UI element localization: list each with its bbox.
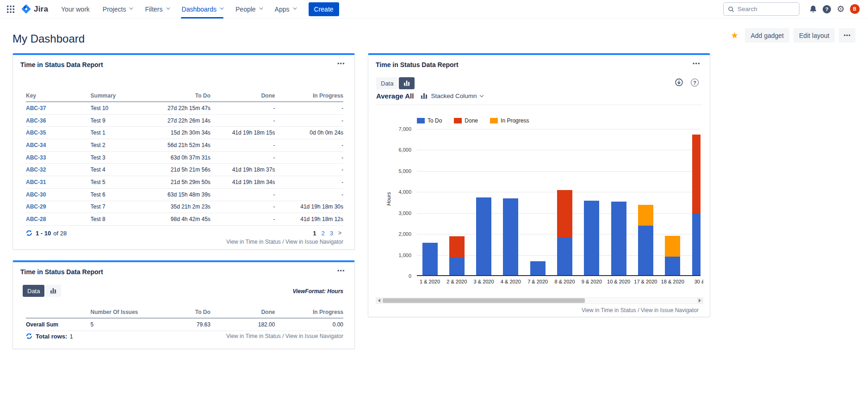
in-progress-cell: 0d 0h 0m 24s bbox=[275, 129, 343, 136]
nav-item-people[interactable]: People bbox=[230, 0, 267, 18]
issue-key-cell: ABC-32 bbox=[26, 166, 91, 173]
download-circle-icon[interactable] bbox=[675, 78, 683, 87]
chevron-down-icon bbox=[293, 6, 297, 9]
issue-key-link[interactable]: ABC-33 bbox=[26, 154, 46, 161]
summary-number-of-issues: 5 bbox=[91, 321, 155, 328]
page-link-2[interactable]: 2 bbox=[322, 230, 325, 237]
total-rows-label: Total rows: bbox=[36, 333, 67, 340]
chart-type-dropdown[interactable]: Stacked Column bbox=[421, 92, 483, 99]
search-box[interactable] bbox=[723, 2, 800, 16]
dashboard-actions: ★ Add gadget Edit layout ••• bbox=[731, 28, 856, 43]
x-axis-label: 7 & 2020 bbox=[527, 279, 548, 284]
x-axis-baseline bbox=[417, 275, 701, 276]
done-cell: - bbox=[211, 216, 275, 222]
search-input[interactable] bbox=[738, 6, 788, 12]
view-in-link[interactable]: View in Time in Status / View in Issue N… bbox=[582, 307, 699, 314]
to-do-cell: 63d 15h 48m 39s bbox=[155, 191, 211, 198]
bar-segment-to-do bbox=[584, 201, 599, 275]
panel-more-button[interactable]: ••• bbox=[335, 59, 348, 69]
issue-summary-cell: Test 6 bbox=[91, 191, 155, 198]
issue-key-link[interactable]: ABC-36 bbox=[26, 117, 46, 124]
chart-legend: To DoDoneIn Progress bbox=[417, 117, 529, 124]
gridline bbox=[417, 171, 701, 172]
summary-row-label: Overall Sum bbox=[26, 321, 91, 328]
refresh-icon[interactable] bbox=[26, 333, 32, 339]
bar-segment-to-do bbox=[557, 237, 572, 275]
panel-more-button[interactable]: ••• bbox=[335, 266, 348, 276]
view-in-link[interactable]: View in Time in Status / View in Issue N… bbox=[226, 239, 343, 245]
dashboard-more-button[interactable]: ••• bbox=[839, 28, 856, 43]
issue-key-cell: ABC-35 bbox=[26, 129, 91, 136]
legend-label: Done bbox=[465, 117, 478, 124]
jira-logo[interactable]: Jira bbox=[21, 4, 48, 14]
issue-key-link[interactable]: ABC-35 bbox=[26, 129, 46, 136]
bar-segment-to-do bbox=[476, 197, 491, 275]
refresh-icon[interactable] bbox=[26, 230, 32, 236]
time-in-status-summary-panel: Time in Status Data Report ••• Data View… bbox=[12, 260, 355, 349]
add-gadget-button[interactable]: Add gadget bbox=[745, 28, 789, 43]
create-button[interactable]: Create bbox=[309, 2, 339, 16]
issue-key-link[interactable]: ABC-34 bbox=[26, 142, 46, 148]
stacked-bar bbox=[449, 236, 465, 275]
issue-key-link[interactable]: ABC-29 bbox=[26, 203, 46, 210]
to-do-cell: 21d 5h 21m 56s bbox=[155, 166, 211, 173]
issue-key-link[interactable]: ABC-37 bbox=[26, 105, 46, 111]
issue-summary-cell: Test 8 bbox=[91, 216, 155, 222]
gridline bbox=[417, 129, 701, 129]
app-switcher-icon[interactable] bbox=[5, 3, 17, 15]
nav-item-dashboards[interactable]: Dashboards bbox=[176, 0, 229, 18]
bar-segment-in-progress bbox=[665, 236, 680, 257]
issue-key-link[interactable]: ABC-28 bbox=[26, 216, 46, 222]
in-progress-cell: - bbox=[275, 166, 343, 173]
chart-tab[interactable] bbox=[399, 77, 415, 89]
star-icon[interactable]: ★ bbox=[731, 30, 738, 41]
nav-item-filters[interactable]: Filters bbox=[139, 0, 174, 18]
gridline bbox=[417, 150, 701, 150]
data-tab[interactable]: Data bbox=[23, 285, 44, 297]
notifications-bell-icon[interactable] bbox=[806, 2, 820, 16]
nav-item-your-work[interactable]: Your work bbox=[56, 0, 95, 18]
column-header-in-progress: In Progress bbox=[275, 309, 343, 315]
chart-tab[interactable] bbox=[45, 285, 61, 297]
issue-key-cell: ABC-28 bbox=[26, 216, 91, 222]
edit-layout-button[interactable]: Edit layout bbox=[794, 28, 835, 43]
chart-help-icon[interactable]: ? bbox=[691, 79, 699, 86]
view-in-link[interactable]: View in Time in Status / View in Issue N… bbox=[226, 333, 343, 339]
bar-segment-to-do bbox=[503, 198, 518, 275]
x-axis-label: 9 & 2020 bbox=[582, 279, 602, 284]
scroll-right-arrow[interactable] bbox=[697, 298, 703, 303]
y-axis-tick-label: 7,000 bbox=[367, 126, 411, 132]
nav-item-apps[interactable]: Apps bbox=[269, 0, 301, 18]
pagination-range: 1 - 10 bbox=[36, 230, 51, 237]
chart-type-label: Stacked Column bbox=[431, 92, 477, 99]
help-icon[interactable]: ? bbox=[820, 2, 834, 16]
issue-key-link[interactable]: ABC-30 bbox=[26, 191, 46, 198]
scroll-left-arrow[interactable] bbox=[376, 298, 382, 303]
nav-item-label: Filters bbox=[145, 6, 162, 13]
in-progress-cell: 41d 19h 18m 12s bbox=[275, 216, 343, 222]
page-link-3[interactable]: 3 bbox=[330, 230, 333, 237]
chart-tools: ? bbox=[675, 78, 699, 87]
profile-avatar[interactable]: B bbox=[848, 2, 862, 16]
bar-chart-icon bbox=[50, 288, 56, 294]
summary-footer: Total rows: 1 View in Time in Status / V… bbox=[26, 332, 343, 341]
issue-summary-cell: Test 4 bbox=[91, 166, 155, 173]
table-row: ABC-29Test 735d 21h 2m 23s-41d 19h 18m 3… bbox=[26, 201, 343, 214]
scrollbar-track[interactable] bbox=[382, 298, 697, 303]
table-row: ABC-28Test 898d 4h 42m 45s-41d 19h 18m 1… bbox=[26, 213, 343, 226]
chevron-down-icon bbox=[479, 93, 483, 97]
page-links: 123> bbox=[313, 230, 341, 237]
scrollbar-thumb[interactable] bbox=[383, 298, 585, 303]
panel-more-button[interactable]: ••• bbox=[690, 59, 703, 69]
issue-key-link[interactable]: ABC-32 bbox=[26, 166, 46, 173]
nav-item-projects[interactable]: Projects bbox=[97, 0, 138, 18]
data-tab[interactable]: Data bbox=[376, 77, 398, 89]
x-axis-label: 2 & 2020 bbox=[446, 279, 467, 284]
chevron-down-icon bbox=[220, 6, 223, 9]
x-axis-labels: 1 & 20202 & 20203 & 20204 & 20207 & 2020… bbox=[417, 279, 703, 286]
to-do-cell: 15d 2h 30m 34s bbox=[155, 129, 211, 136]
next-page-link[interactable]: > bbox=[338, 230, 341, 236]
in-progress-cell: - bbox=[275, 191, 343, 198]
issue-key-link[interactable]: ABC-31 bbox=[26, 179, 46, 185]
settings-gear-icon[interactable]: ⚙ bbox=[834, 2, 848, 16]
